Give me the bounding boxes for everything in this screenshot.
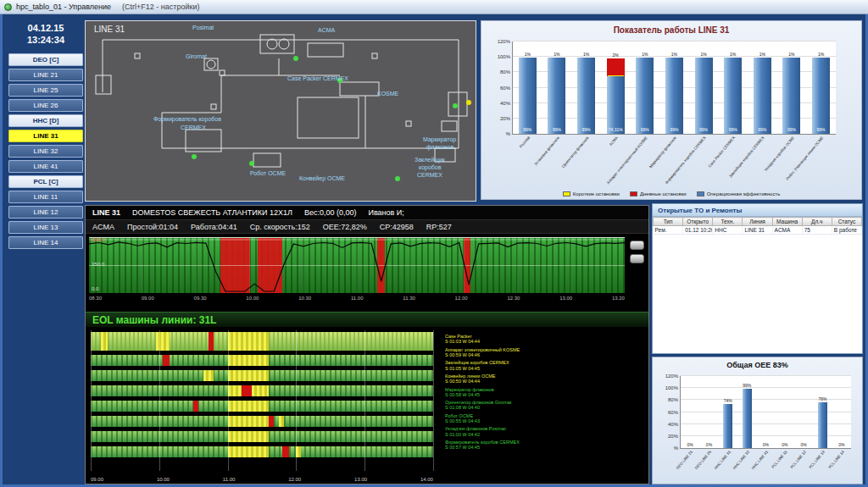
eol-gantt-axis: 09.0010.0011.0012.0013.0014.00 bbox=[91, 477, 433, 482]
bar-top-label: 1% bbox=[583, 52, 589, 57]
sidebar-item-line-12[interactable]: LINE 12 bbox=[8, 206, 83, 219]
weight-value: Вес:0,00 (0,00) bbox=[304, 208, 357, 217]
sidebar-item-ннс-d-[interactable]: ННС [D] bbox=[8, 114, 83, 127]
schematic-machine-label: Giromat bbox=[186, 53, 207, 59]
gantt-short-stop bbox=[228, 332, 269, 351]
cp-value: CP:42958 bbox=[380, 223, 414, 231]
bar-stack: 99% bbox=[636, 58, 654, 134]
chart-bar: 1%99%Робот, Упаковщик линии OCME bbox=[810, 42, 832, 134]
bar-stack: 99% bbox=[754, 58, 771, 134]
bar-value-label: 0% bbox=[782, 442, 787, 447]
gantt-x-label: 12.00 bbox=[288, 477, 301, 482]
sidebar-item-line-14[interactable]: LINE 14 bbox=[8, 236, 83, 249]
trend-x-label: 13.20 bbox=[612, 296, 625, 301]
bar-category-label: Маркиратор флаконов bbox=[648, 136, 677, 169]
repairs-cell: 01.12 10:20 bbox=[683, 226, 713, 235]
gantt-stop bbox=[163, 355, 170, 366]
repairs-column-header[interactable]: Тип bbox=[654, 218, 683, 226]
eol-gantt: Case PackerS 01:03 W 04:44Аппарат этикет… bbox=[86, 327, 648, 484]
sidebar-item-line-31[interactable]: LINE 31 bbox=[8, 130, 83, 142]
repairs-column-header[interactable]: Статус bbox=[832, 218, 861, 226]
bar-value-label: 0% bbox=[687, 442, 693, 447]
bar-value-label: 0% bbox=[706, 442, 712, 447]
trend-line-svg bbox=[89, 238, 625, 293]
gantt-row bbox=[91, 431, 433, 442]
chart-bar: 1%99%Заклейщик коробов CERMEX bbox=[751, 42, 773, 134]
bar-value-label: 99% bbox=[724, 127, 742, 132]
trend-y-label: 150,0 bbox=[92, 262, 104, 267]
sidebar-item-line-25[interactable]: LINE 25 bbox=[8, 84, 83, 97]
eol-machine-stat: S 00:59 W 04:46 bbox=[445, 352, 645, 357]
schematic-machine-label: флаконов bbox=[426, 144, 453, 150]
bar-category-label: PCL LINE 14 bbox=[827, 450, 845, 469]
bar-value-label: 99% bbox=[754, 127, 771, 132]
eol-machine-stat: S 00:58 W 04:45 bbox=[445, 392, 645, 397]
y-axis-label: % bbox=[487, 131, 513, 136]
gantt-short-stop bbox=[279, 416, 284, 427]
sidebar-item-deo-c-[interactable]: DEO [C] bbox=[8, 53, 83, 66]
bar-value-label: 0% bbox=[801, 442, 807, 447]
gantt-gridline bbox=[159, 330, 160, 471]
repairs-column-header[interactable]: Техн. bbox=[713, 218, 743, 226]
bar-value-label: 99% bbox=[743, 383, 751, 388]
schematic-machine-label: Конвейер OCME bbox=[299, 175, 345, 181]
gantt-short-stop bbox=[252, 385, 269, 396]
gantt-stop bbox=[269, 416, 274, 427]
legend-swatch bbox=[630, 191, 637, 196]
bar-value-label: 76% bbox=[818, 396, 826, 401]
bar-category-label: ННС LINE 32 bbox=[732, 450, 750, 470]
sidebar-item-line-13[interactable]: LINE 13 bbox=[8, 221, 83, 234]
gantt-x-label: 14.00 bbox=[420, 477, 433, 482]
bar-segment-red bbox=[607, 58, 625, 75]
gantt-gridline bbox=[364, 330, 365, 471]
trend-x-label: 09.00 bbox=[142, 296, 154, 301]
repairs-column-header[interactable]: Линия bbox=[743, 218, 772, 226]
schematic-machine-label: CERMEX bbox=[181, 125, 206, 130]
app-icon bbox=[4, 3, 12, 11]
schematic-machine-label: CERMEX bbox=[417, 172, 442, 178]
bar-row: 0%DEO LINE 210%DEO LINE 2574%ННС LINE 31… bbox=[681, 376, 851, 448]
sidebar-item-line-41[interactable]: LINE 41 bbox=[8, 160, 83, 173]
sidebar-item-line-32[interactable]: LINE 32 bbox=[8, 145, 83, 158]
eol-machine-item: Формирователь коробов CERMEXS 00:57 W 04… bbox=[445, 440, 645, 451]
bar-row: 1%99%Posimat1%99%Установка флаконов1%99%… bbox=[513, 42, 836, 134]
bar-segment-blue: 99% bbox=[577, 58, 595, 134]
gantt-x-label: 13.00 bbox=[354, 477, 367, 482]
legend-item: Короткие остановки bbox=[563, 191, 620, 196]
sidebar-item-line-21[interactable]: LINE 21 bbox=[8, 69, 83, 81]
legend-swatch bbox=[697, 191, 704, 196]
y-axis-label: % bbox=[655, 445, 681, 451]
trend-y-label: 300,0 bbox=[92, 237, 104, 242]
gantt-row bbox=[91, 385, 433, 396]
speed-trend-xaxis: 08.3009.0009.3010.0010.3011.0011.3012.00… bbox=[89, 296, 625, 301]
gantt-gridline bbox=[433, 330, 434, 471]
repairs-table-header: ТипОткрытоТехн.ЛинияМашинаДл.чСтатус bbox=[654, 218, 862, 226]
repairs-column-header[interactable]: Машина bbox=[772, 218, 802, 226]
eol-machine-item: Заклейщик коробов CERMEXS 01:05 W 04:45 bbox=[445, 360, 645, 371]
sidebar-items: DEO [C]LINE 21LINE 25LINE 26ННС [D]LINE … bbox=[7, 53, 85, 249]
sidebar-item-line-26[interactable]: LINE 26 bbox=[8, 99, 83, 112]
bar-segment-blue: 99% bbox=[812, 58, 830, 134]
legend-label: Операционная эффективность bbox=[707, 191, 781, 196]
eol-machine-item: Аппарат этикетировочный KOSMES 00:59 W 0… bbox=[445, 347, 645, 358]
trend-scroll-down-button[interactable] bbox=[630, 254, 644, 263]
repairs-row[interactable]: Рем.01.12 10:20ННСLINE 31ACMA75В работе bbox=[654, 226, 862, 235]
bar-category-label: DEO LINE 25 bbox=[694, 450, 712, 470]
eol-machine-item: Робот OCMES 00:55 W 04:43 bbox=[445, 413, 645, 424]
bar-category-label: ННС LINE 41 bbox=[751, 450, 769, 470]
trend-scroll-up-button[interactable] bbox=[630, 241, 644, 250]
operator-name: Иванов И; bbox=[368, 208, 403, 217]
repairs-cell: В работе bbox=[832, 226, 861, 235]
chart-bar: 0%DEO LINE 21 bbox=[682, 376, 698, 448]
chart-bar: 0%DEO LINE 25 bbox=[701, 376, 716, 448]
bar-category-label: DEO LINE 21 bbox=[676, 450, 693, 470]
bar-top-label: 1% bbox=[730, 52, 736, 57]
sidebar-item-line-11[interactable]: LINE 11 bbox=[8, 191, 83, 203]
repairs-column-header[interactable]: Дл.ч bbox=[802, 218, 832, 226]
gantt-x-label: 09.00 bbox=[91, 477, 103, 482]
repairs-cell: ACMA bbox=[772, 226, 802, 235]
schematic-machine-label: Маркиратор bbox=[423, 136, 456, 142]
repairs-column-header[interactable]: Открыто bbox=[683, 218, 713, 226]
sidebar-item-pcl-c-[interactable]: PCL [C] bbox=[8, 175, 83, 188]
window-titlebar[interactable]: hpc_tablo_01 - Управление (Ctrl+F12 - на… bbox=[0, 0, 868, 14]
